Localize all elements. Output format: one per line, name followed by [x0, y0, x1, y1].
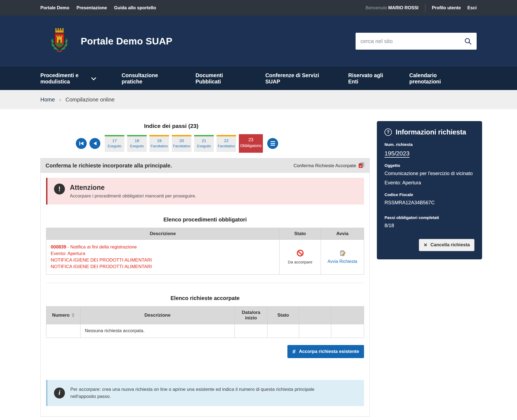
nav-item-calendario-prenotazioni[interactable]: Calendario prenotazioni	[409, 72, 447, 85]
sort-icon[interactable]	[72, 313, 74, 317]
procedure-status-cell: Da accorpare	[279, 240, 321, 275]
step-panel: Conferma le richieste incorporate alla p…	[40, 158, 370, 417]
panel-header: Conferma le richieste incorporate alla p…	[41, 158, 369, 173]
forbidden-icon	[297, 253, 304, 257]
nav-item-procedimenti-modulistica[interactable]: Procedimenti e modulistica	[40, 72, 95, 85]
welcome-prefix: Benvenuto	[366, 5, 387, 10]
codice-fiscale-value: RSSMRA12A34B567C	[384, 199, 474, 206]
close-icon: ✕	[423, 242, 427, 248]
steps-title: Indice dei passi (23)	[76, 123, 267, 129]
search-input[interactable]	[360, 38, 462, 44]
section-divider	[46, 283, 364, 283]
step-tile-20[interactable]: 20 Facoltativo	[172, 135, 191, 152]
chevron-down-icon	[91, 75, 96, 80]
mandatory-procedures-title: Elenco procedimenti obbligatori	[46, 217, 364, 223]
warning-text: Accorpare i procedimenti obbligatori man…	[70, 193, 196, 199]
step-tile-18[interactable]: 18 Eseguito	[127, 135, 147, 152]
breadcrumb: Home › Compilazione online	[0, 90, 517, 109]
topbar-link-portale-demo[interactable]: Portale Demo	[40, 5, 69, 10]
topbar-link-guida-sportello[interactable]: Guida allo sportello	[114, 5, 156, 10]
table-row-empty: Nessuna richiesta accorpata.	[46, 324, 364, 338]
info-box: i Per accorpare: crea una nuova richiest…	[46, 380, 364, 406]
site-header: Portale Demo SUAP	[0, 16, 517, 67]
merged-requests-table: Numero Descrizione Data/ora inizio Stato	[46, 306, 364, 338]
oggetto-label: Oggetto	[384, 163, 474, 168]
merged-requests-title: Elenco richieste accorpate	[46, 295, 364, 301]
steps-index: Indice dei passi (23) 17 Eseguito 18 Ese…	[76, 123, 267, 153]
topbar-links: Portale Demo Presentazione Guida allo sp…	[40, 5, 156, 10]
panel-title: Conferma le richieste incorporate alla p…	[46, 163, 172, 169]
column-header-empty-1	[299, 306, 331, 324]
search-icon[interactable]	[462, 35, 474, 47]
previous-step-button[interactable]	[89, 138, 100, 149]
avvia-richiesta-link[interactable]: Avvia Richiesta	[324, 253, 361, 264]
topbar-link-profilo-utente[interactable]: Profilo utente	[432, 5, 461, 10]
step-tile-19[interactable]: 19 Facoltativo	[149, 135, 169, 152]
info-text: Per accorpare: crea una nuova richiesta …	[70, 386, 329, 400]
table-row-procedure: 000839 - Notifica ai fini della registra…	[46, 240, 364, 275]
hash-icon: #	[292, 348, 296, 355]
breadcrumb-home-link[interactable]: Home	[40, 97, 55, 103]
warning-title: Attenzione	[70, 184, 196, 191]
breadcrumb-separator: ›	[59, 97, 61, 103]
request-number-link[interactable]: 195/2023	[384, 150, 410, 157]
column-header-descrizione: Descrizione	[46, 228, 279, 240]
step-tile-17[interactable]: 17 Eseguito	[105, 135, 124, 152]
menu-icon	[270, 141, 275, 146]
topbar-link-esci[interactable]: Esci	[467, 5, 477, 10]
empty-state-text: Nessuna richiesta accorpata.	[80, 324, 235, 338]
main-navigation: Procedimenti e modulistica Consultazione…	[0, 67, 517, 90]
oggetto-value: Comunicazione per l'esercizio di vicinat…	[384, 170, 474, 177]
step-tile-23-active[interactable]: 23 Obbligatorio	[239, 134, 263, 153]
info-icon: i	[54, 388, 65, 398]
accorpa-richiesta-button[interactable]: # Accorpa richiesta esistente	[287, 345, 364, 358]
column-header-empty-2	[331, 306, 364, 324]
step-tile-21[interactable]: 21 Eseguito	[194, 135, 214, 152]
first-step-button[interactable]	[76, 138, 87, 149]
column-header-avvia: Avvia	[321, 228, 364, 240]
topbar-link-presentazione[interactable]: Presentazione	[76, 5, 107, 10]
passi-obbligatori-value: 8/18	[384, 222, 474, 229]
passi-obbligatori-label: Passi obbligatori completati	[384, 215, 474, 220]
divider	[425, 4, 425, 12]
documents-stack-icon	[359, 162, 365, 169]
steps-menu-button[interactable]	[267, 138, 278, 149]
step-tiles: 17 Eseguito 18 Eseguito 19 Facoltativo 2…	[105, 134, 263, 153]
topbar: Portale Demo Presentazione Guida allo sp…	[0, 0, 517, 16]
column-header-numero[interactable]: Numero	[46, 306, 80, 324]
nav-item-consultazione-pratiche[interactable]: Consultazione pratiche	[122, 72, 160, 85]
column-header-data-ora-inizio: Data/ora inizio	[235, 306, 267, 324]
procedure-description-cell: 000839 - Notifica ai fini della registra…	[46, 240, 279, 275]
search-box	[356, 33, 477, 50]
cancella-richiesta-button[interactable]: ✕ Cancella richiesta	[419, 239, 474, 251]
column-header-stato: Stato	[279, 228, 321, 240]
mandatory-procedures-table: Descrizione Stato Avvia 000839 - Notific…	[46, 228, 364, 275]
nav-item-documenti-pubblicati[interactable]: Documenti Pubblicati	[196, 72, 228, 85]
welcome-message: BenvenutoMARIO ROSSI	[366, 5, 419, 10]
column-header-stato: Stato	[267, 306, 299, 324]
status-text: Da accorpare	[282, 260, 318, 264]
request-info-title: Informazioni richiesta	[396, 128, 466, 136]
codice-fiscale-label: Codice Fiscale	[384, 192, 474, 197]
main-content: Indice dei passi (23) 17 Eseguito 18 Ese…	[37, 117, 480, 420]
num-richiesta-label: Num. richiesta	[384, 142, 474, 147]
procedure-code: 000839	[51, 244, 66, 250]
username: MARIO ROSSI	[388, 5, 419, 10]
help-icon[interactable]: ?	[384, 128, 392, 136]
site-title: Portale Demo SUAP	[81, 36, 172, 47]
exclamation-icon: !	[54, 184, 65, 194]
warning-box: ! Attenzione Accorpare i procedimenti ob…	[46, 178, 364, 205]
evento-value: Evento: Apertura	[384, 179, 474, 186]
nav-item-riservato-enti[interactable]: Riservato agli Enti	[348, 72, 384, 85]
municipality-logo	[49, 26, 70, 56]
column-header-descrizione: Descrizione	[80, 306, 235, 324]
breadcrumb-current: Compilazione online	[65, 97, 115, 103]
request-info-panel: ? Informazioni richiesta Num. richiesta …	[377, 121, 482, 259]
conferma-richieste-accorpate-action[interactable]: Conferma Richieste Accorpate	[293, 162, 365, 169]
step-tile-22[interactable]: 22 Facoltativo	[217, 135, 236, 152]
notepad-icon	[339, 253, 346, 257]
procedure-action-cell: Avvia Richiesta	[321, 240, 364, 275]
nav-item-conferenze-servizi[interactable]: Conferenze di Servizi SUAP	[265, 72, 323, 85]
